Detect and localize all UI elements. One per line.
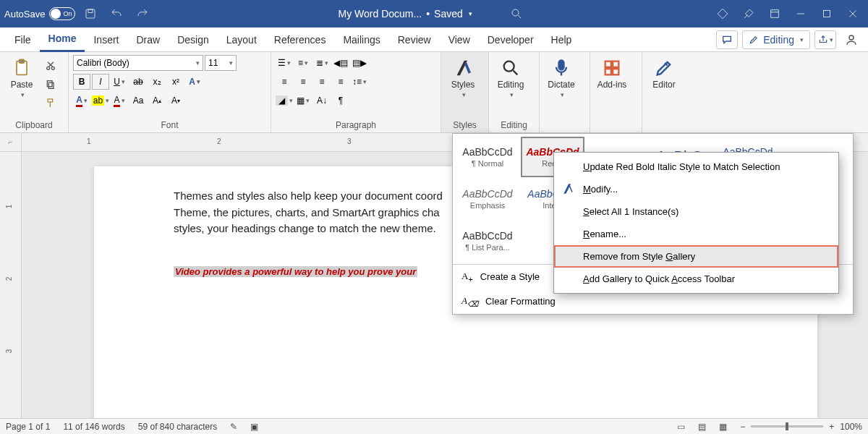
tab-draw[interactable]: Draw bbox=[127, 27, 169, 52]
spellcheck-icon[interactable]: ✎ bbox=[230, 422, 237, 432]
search-icon[interactable] bbox=[506, 3, 527, 25]
subscript-button[interactable]: x₂ bbox=[148, 74, 166, 90]
tab-review[interactable]: Review bbox=[389, 27, 440, 52]
account-icon[interactable] bbox=[841, 30, 862, 49]
line-spacing-button[interactable]: ↕≡▾ bbox=[351, 74, 368, 90]
text-effects-button[interactable]: A▾ bbox=[186, 74, 203, 90]
tab-home[interactable]: Home bbox=[40, 27, 85, 52]
zoom-slider[interactable]: −+ 100% bbox=[740, 422, 862, 432]
shrink-font-button[interactable]: A▾ bbox=[167, 93, 184, 109]
bold-button[interactable]: B bbox=[73, 74, 90, 90]
svg-rect-12 bbox=[48, 99, 53, 102]
menu-update-style[interactable]: Update Red Bold Italic Style to Match Se… bbox=[554, 156, 838, 178]
vertical-ruler: 1 2 3 bbox=[0, 152, 22, 418]
justify-button[interactable]: ≡ bbox=[332, 74, 349, 90]
redo-icon[interactable] bbox=[132, 3, 153, 25]
strikethrough-button[interactable]: ab bbox=[129, 74, 147, 90]
numbering-button[interactable]: ≡▾ bbox=[294, 55, 312, 71]
tab-insert[interactable]: Insert bbox=[85, 27, 127, 52]
group-addins: Add-ins bbox=[590, 52, 642, 132]
svg-rect-16 bbox=[613, 61, 618, 67]
paste-button[interactable]: Paste▾ bbox=[4, 55, 39, 98]
multilevel-button[interactable]: ≣▾ bbox=[313, 55, 331, 71]
tab-help[interactable]: Help bbox=[542, 27, 581, 52]
tab-view[interactable]: View bbox=[440, 27, 479, 52]
align-right-button[interactable]: ≡ bbox=[313, 74, 331, 90]
font-color-button[interactable]: A▾ bbox=[73, 93, 90, 109]
increase-indent-button[interactable]: ▤▶ bbox=[351, 55, 368, 71]
svg-rect-18 bbox=[613, 69, 618, 75]
undo-icon[interactable] bbox=[106, 3, 127, 25]
web-layout-icon[interactable]: ▦ bbox=[719, 422, 727, 432]
editing-mode-button[interactable]: Editing▾ bbox=[742, 30, 810, 49]
tab-file[interactable]: File bbox=[6, 27, 40, 52]
underline-button[interactable]: U▾ bbox=[111, 74, 128, 90]
font-size-combo[interactable]: 11▾ bbox=[205, 55, 237, 71]
autosave-toggle[interactable]: AutoSave On bbox=[4, 7, 75, 20]
copy-icon[interactable] bbox=[42, 77, 59, 93]
menu-modify[interactable]: Modify... bbox=[554, 178, 838, 200]
font-color2-button[interactable]: A▾ bbox=[111, 93, 128, 109]
cut-icon[interactable] bbox=[42, 58, 59, 74]
menu-rename[interactable]: Rename... bbox=[554, 223, 838, 245]
shading-button[interactable]: ◢▾ bbox=[276, 93, 293, 109]
statusbar: Page 1 of 1 11 of 146 words 59 of 840 ch… bbox=[0, 418, 868, 434]
brush-icon[interactable] bbox=[738, 3, 760, 25]
maximize-icon[interactable] bbox=[816, 3, 838, 25]
svg-point-8 bbox=[47, 67, 50, 69]
change-case-button[interactable]: Aa bbox=[129, 93, 147, 109]
addins-button[interactable]: Add-ins bbox=[595, 55, 629, 90]
autosave-label: AutoSave bbox=[4, 9, 45, 20]
borders-button[interactable]: ▦▾ bbox=[294, 93, 312, 109]
accessibility-icon[interactable]: ▣ bbox=[250, 422, 258, 432]
highlight-button[interactable]: ab▾ bbox=[92, 93, 109, 109]
focus-mode-icon[interactable]: ▭ bbox=[677, 422, 685, 432]
style-cell-Emphasis[interactable]: AaBbCcDdEmphasis bbox=[456, 179, 519, 219]
editing-button[interactable]: Editing▾ bbox=[493, 55, 528, 98]
document-title: My Word Docum... bbox=[339, 8, 422, 20]
svg-rect-10 bbox=[48, 82, 54, 88]
close-icon[interactable] bbox=[842, 3, 864, 25]
tab-developer[interactable]: Developer bbox=[479, 27, 542, 52]
svg-rect-15 bbox=[605, 61, 611, 67]
decrease-indent-button[interactable]: ◀▤ bbox=[332, 55, 349, 71]
grow-font-button[interactable]: A▴ bbox=[148, 93, 166, 109]
dictate-button[interactable]: Dictate▾ bbox=[544, 55, 579, 98]
diamond-icon[interactable] bbox=[712, 3, 733, 25]
svg-point-5 bbox=[849, 35, 854, 40]
comments-button[interactable] bbox=[716, 30, 738, 49]
align-center-button[interactable]: ≡ bbox=[294, 74, 312, 90]
menu-select-all[interactable]: Select Select All 1 Instance(s)All 1 Ins… bbox=[554, 200, 838, 223]
tab-mailings[interactable]: Mailings bbox=[334, 27, 388, 52]
minimize-icon[interactable] bbox=[790, 3, 812, 25]
page-indicator[interactable]: Page 1 of 1 bbox=[6, 422, 50, 432]
show-marks-button[interactable]: ¶ bbox=[332, 93, 349, 109]
group-font: Calibri (Body)▾ 11▾ B I U▾ ab x₂ x² A▾ A… bbox=[69, 52, 271, 132]
bullets-button[interactable]: ☰▾ bbox=[276, 55, 293, 71]
italic-button[interactable]: I bbox=[92, 74, 109, 90]
word-count[interactable]: 11 of 146 words bbox=[63, 422, 124, 432]
style-cell-¶ Normal[interactable]: AaBbCcDd¶ Normal bbox=[456, 137, 519, 177]
svg-rect-17 bbox=[605, 69, 611, 75]
window-icon[interactable] bbox=[764, 3, 786, 25]
font-name-combo[interactable]: Calibri (Body)▾ bbox=[73, 55, 203, 71]
tab-layout[interactable]: Layout bbox=[218, 27, 265, 52]
styles-button[interactable]: Styles▾ bbox=[446, 55, 480, 98]
format-painter-icon[interactable] bbox=[42, 95, 59, 111]
menu-add-to-qat[interactable]: Add Gallery to Quick Access Toolbar bbox=[554, 268, 838, 290]
menu-remove-from-gallery[interactable]: Remove from Style Gallery bbox=[554, 245, 838, 268]
tab-references[interactable]: References bbox=[265, 27, 335, 52]
svg-rect-0 bbox=[86, 9, 95, 18]
editor-button[interactable]: Editor bbox=[647, 55, 681, 90]
save-icon[interactable] bbox=[80, 3, 101, 25]
svg-point-13 bbox=[504, 61, 514, 72]
superscript-button[interactable]: x² bbox=[167, 74, 184, 90]
sort-button[interactable]: A↓ bbox=[313, 93, 331, 109]
print-layout-icon[interactable]: ▤ bbox=[698, 422, 706, 432]
char-count[interactable]: 59 of 840 characters bbox=[138, 422, 217, 432]
style-cell-¶ List Para...[interactable]: AaBbCcDd¶ List Para... bbox=[456, 221, 519, 261]
selected-text[interactable]: Video provides a powerful way to help yo… bbox=[174, 266, 417, 277]
tab-design[interactable]: Design bbox=[169, 27, 218, 52]
share-button[interactable]: ▾ bbox=[814, 30, 836, 49]
align-left-button[interactable]: ≡ bbox=[276, 74, 293, 90]
